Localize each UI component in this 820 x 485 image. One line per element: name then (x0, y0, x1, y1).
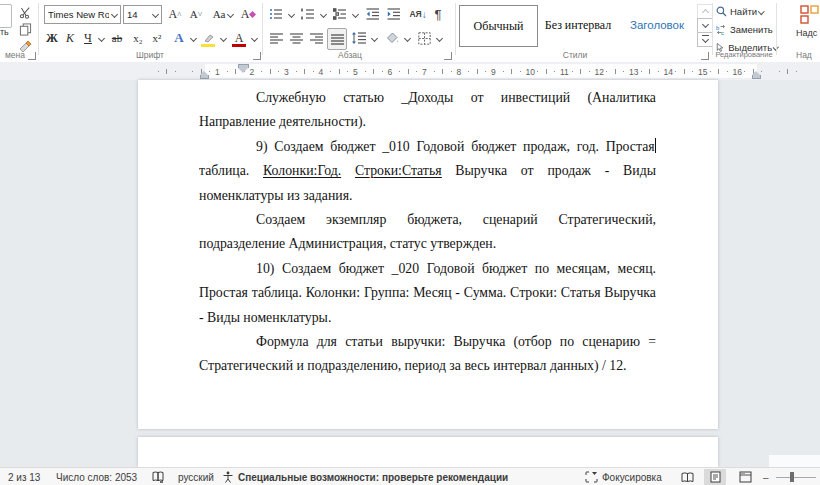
zoom-out-button[interactable]: – (763, 468, 769, 485)
zoom-slider-handle[interactable] (790, 472, 794, 482)
accessibility-icon-wrap (222, 468, 234, 485)
shading-dropdown[interactable] (401, 28, 411, 48)
grow-font-button[interactable]: А˄ (165, 4, 185, 24)
accessibility-status[interactable]: Специальные возможности: проверьте реком… (238, 468, 508, 485)
focus-button[interactable]: Фокусировка (585, 468, 662, 485)
borders-button[interactable] (415, 28, 433, 48)
show-marks-button[interactable]: ¶ (430, 4, 446, 24)
text-line[interactable]: таблица. Колонки:Год. Строки:Статья Выру… (199, 159, 656, 183)
borders-dropdown[interactable] (433, 28, 443, 48)
replace-button[interactable]: bc Заменить (716, 21, 776, 38)
font-dialog-launcher[interactable] (253, 52, 261, 60)
styles-dialog-launcher[interactable] (701, 52, 709, 60)
superscript-button[interactable]: x² (148, 28, 166, 48)
numbering-dropdown[interactable] (317, 4, 327, 24)
bullets-button[interactable] (267, 4, 285, 24)
multilevel-list-button[interactable] (331, 4, 349, 24)
text-effects-button[interactable]: А (170, 28, 188, 48)
highlight-color-bar (201, 44, 215, 47)
page-indicator[interactable]: 2 из 13 (8, 468, 40, 485)
status-bar: 2 из 13 Число слов: 2053 русский Специал… (0, 467, 820, 485)
document-page-2[interactable] (138, 437, 718, 467)
misspelled-word[interactable]: Колонки:Год. (263, 163, 341, 178)
word-count[interactable]: Число слов: 2053 (56, 468, 137, 485)
style-normal[interactable]: Обычный (459, 5, 538, 47)
style-heading1[interactable]: Заголовок (620, 5, 694, 45)
numbering-button[interactable] (299, 4, 317, 24)
text-line[interactable]: Простая таблица. Колонки: Группа: Месяц … (199, 281, 656, 305)
line-spacing-dropdown[interactable] (368, 28, 378, 48)
bold-button[interactable]: Ж (44, 28, 60, 48)
paragraph-group-label: Абзац (320, 50, 380, 60)
highlight-button[interactable] (199, 28, 217, 48)
strikethrough-button[interactable]: ab (107, 28, 127, 48)
text-line[interactable]: номенклатуры из задания. (199, 184, 656, 208)
document-text[interactable]: Служебную статью _Доходы от инвестиций (… (199, 86, 656, 379)
multilevel-dropdown[interactable] (349, 4, 359, 24)
styles-more-button[interactable] (697, 32, 713, 47)
clear-formatting-button[interactable]: А (238, 4, 258, 24)
zoom-slider-track[interactable] (776, 477, 816, 479)
horizontal-ruler[interactable]: 12345678910111213141516 (0, 62, 820, 80)
align-left-button[interactable] (267, 28, 285, 48)
font-color-dropdown[interactable] (248, 28, 258, 48)
left-indent-marker[interactable] (200, 71, 209, 79)
sort-button[interactable]: АЯ↓ (406, 4, 430, 24)
find-button[interactable]: Найти (716, 3, 772, 20)
first-line-indent-marker[interactable] (238, 64, 249, 73)
font-name-combo[interactable]: Times New Roman (44, 5, 121, 24)
web-layout-button[interactable] (734, 469, 756, 485)
superscript-letters: x² (153, 32, 162, 44)
read-mode-icon (681, 472, 694, 483)
chevron-down-icon (352, 10, 359, 17)
chevron-down-icon (111, 11, 118, 18)
text-line[interactable]: Создаем экземпляр бюджета, сценарий Стра… (199, 208, 656, 232)
change-case-button[interactable]: Аа (209, 4, 237, 24)
italic-button[interactable]: К (62, 28, 78, 48)
print-layout-button[interactable] (704, 469, 726, 485)
language-indicator[interactable]: русский (178, 468, 214, 485)
addins-button-label[interactable]: Надс (796, 28, 817, 38)
styles-scroll-up-button[interactable] (697, 4, 713, 19)
text-line[interactable]: Стратегический и подразделению, период з… (199, 354, 656, 378)
text-line[interactable]: Направление деятельности). (199, 110, 656, 134)
decrease-indent-button[interactable] (364, 4, 382, 24)
justify-button[interactable] (327, 28, 347, 50)
styles-scroll-down-button[interactable] (697, 18, 713, 33)
copy-button[interactable] (16, 21, 34, 37)
line-spacing-button[interactable] (350, 28, 368, 48)
text-line[interactable]: Служебную статью _Доходы от инвестиций (… (199, 86, 656, 110)
text-line[interactable]: подразделение Администрация, статус утве… (199, 232, 656, 256)
bullets-dropdown[interactable] (285, 4, 295, 24)
proofing-status[interactable] (152, 468, 165, 485)
addins-button[interactable] (795, 4, 820, 26)
highlight-dropdown[interactable] (217, 28, 227, 48)
text-line[interactable]: 10) Создаем бюджет _020 Годовой бюджет п… (199, 257, 656, 281)
paste-button-label[interactable]: ть (0, 27, 9, 37)
focus-label: Фокусировка (602, 472, 662, 483)
misspelled-word[interactable]: Строки:Статья (355, 163, 442, 178)
addins-icon (800, 5, 820, 25)
text-line[interactable]: Формула для статьи выручки: Выручка (отб… (199, 330, 656, 354)
underline-button[interactable]: Ч (80, 28, 96, 48)
font-size-combo[interactable]: 14 (123, 5, 162, 24)
style-no-spacing[interactable]: Без интервал (539, 5, 617, 45)
paste-button[interactable] (0, 4, 12, 28)
underline-dropdown[interactable] (95, 28, 105, 48)
subscript-button[interactable]: x₂ (129, 28, 147, 48)
right-indent-marker[interactable] (752, 71, 761, 79)
text-effects-dropdown[interactable] (187, 28, 197, 48)
shading-button[interactable] (383, 28, 401, 48)
copy-icon (19, 23, 32, 36)
text-line[interactable]: - Виды номенклатуры. (199, 306, 656, 330)
cut-button[interactable] (16, 4, 34, 20)
read-mode-button[interactable] (676, 469, 698, 485)
text-line[interactable]: 9) Создаем бюджет _010 Годовой бюджет пр… (199, 135, 656, 159)
align-right-button[interactable] (307, 28, 325, 48)
increase-indent-button[interactable] (385, 4, 403, 24)
font-color-button[interactable]: А (230, 28, 248, 48)
paragraph-dialog-launcher[interactable] (444, 52, 452, 60)
align-center-button[interactable] (287, 28, 305, 48)
clipboard-dialog-launcher[interactable] (28, 52, 36, 60)
shrink-font-button[interactable]: А˅ (186, 4, 206, 24)
